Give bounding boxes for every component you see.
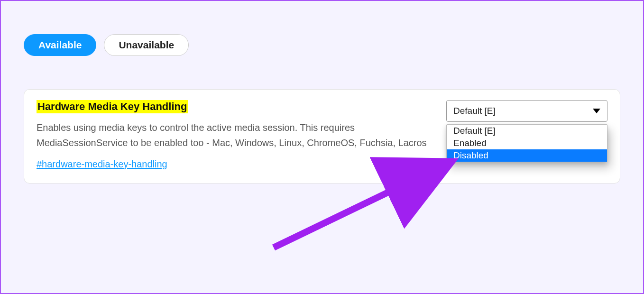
flag-description: Enables using media keys to control the … [37,120,437,150]
flag-card: Hardware Media Key Handling Enables usin… [24,89,620,184]
tab-available[interactable]: Available [24,34,96,56]
flag-anchor-link[interactable]: #hardware-media-key-handling [37,159,167,169]
option-enabled[interactable]: Enabled [447,137,607,149]
flag-select[interactable]: Default [E] [446,100,607,122]
flag-title: Hardware Media Key Handling [37,100,188,113]
option-default[interactable]: Default [E] [447,125,607,137]
tabs-bar: Available Unavailable [24,34,620,56]
flag-control: Default [E] Default [E] Enabled Disabled [446,100,607,122]
option-disabled[interactable]: Disabled [447,149,607,162]
tab-unavailable[interactable]: Unavailable [104,34,189,56]
chevron-down-icon [593,109,600,113]
dropdown-menu: Default [E] Enabled Disabled [446,124,607,162]
flag-select-value: Default [E] [453,106,496,116]
flag-content: Hardware Media Key Handling Enables usin… [37,100,437,170]
